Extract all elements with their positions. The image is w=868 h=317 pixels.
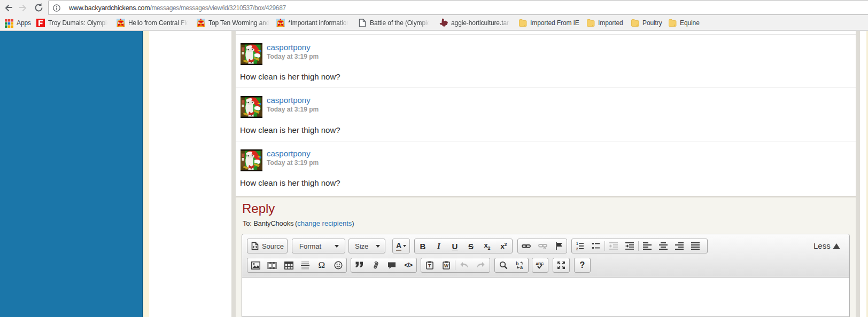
svg-text:ABC: ABC — [536, 261, 544, 266]
svg-text:a: a — [520, 265, 523, 270]
svg-text:1: 1 — [576, 242, 578, 245]
svg-text:2: 2 — [576, 247, 578, 251]
svg-text:W: W — [444, 263, 449, 268]
svg-text:T: T — [428, 263, 431, 268]
svg-text:b: b — [516, 261, 519, 266]
